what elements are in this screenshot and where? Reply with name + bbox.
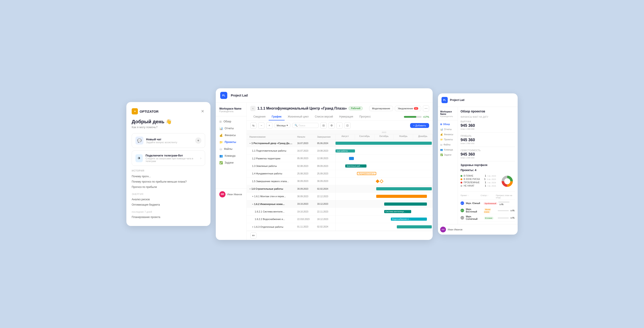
filter-left-button[interactable]: ⇆ (250, 122, 256, 128)
sidebar-item-team[interactable]: 👥 Команда (216, 152, 246, 159)
table-row[interactable]: 1.1 Подготовительные работы 16.07.2023 1… (247, 147, 433, 155)
close-button[interactable]: ✕ (200, 109, 205, 114)
tab-lifecycle[interactable]: Жизненный цикл (284, 113, 312, 120)
row-end: 09.09.2023 (315, 164, 335, 168)
rp-nav-finance[interactable]: 💰 Финансы (438, 132, 458, 137)
rp-body: Workspace Name Руководитель ⊞ Обзор 📊 От… (438, 107, 518, 224)
new-chat-title: Новый чат (146, 138, 177, 141)
collapse-sidebar-button[interactable]: ⇐ (250, 232, 256, 238)
add-button[interactable]: + Добавить (410, 123, 429, 128)
rp-user-avatar: ИИ (440, 227, 446, 232)
rp-section-title: Обзор проектов (460, 110, 515, 113)
row-end: 22.11.2023 (315, 210, 335, 214)
table-row[interactable]: 3.8 Мкрн. Солнечный В плане 90% (460, 214, 515, 222)
progress-bar-small (498, 218, 509, 218)
tab-svedeniya[interactable]: Сведения (250, 113, 269, 120)
telegram-card[interactable]: ✈ Подключите телеграм-бот Следите за зап… (132, 150, 205, 166)
tasks-icon: ✅ (440, 154, 443, 156)
zoom-out-button[interactable]: − (258, 122, 264, 128)
gantt-table: 2023 Наименование Начало Завершение Авгу… (247, 130, 433, 231)
table-row[interactable]: 3.7 Мкрн. Восточный Выше плана 69% (460, 207, 515, 214)
col-end: Завершение (315, 134, 335, 140)
rp-nav-files[interactable]: 🗂 Файлы (438, 142, 458, 147)
row-name: 1.5 Завершение первого этапа... (247, 179, 296, 184)
files-icon: 🗂 (219, 148, 222, 151)
row-num: 3.7 (460, 209, 464, 212)
sidebar-item-finance[interactable]: 💰 Финансы (216, 132, 246, 139)
table-row[interactable]: – 1.6 Строительные работы 30.09.2023 02.… (247, 185, 433, 192)
table-row[interactable]: – 1.6.2 Инженерные комм... 19.10.2023 18… (247, 200, 433, 208)
tab-grafik[interactable]: График (269, 113, 284, 120)
modeling-button[interactable]: Моделирование (369, 106, 393, 111)
history-item[interactable]: Прогноз по прибыли (132, 184, 205, 190)
sidebar-item-overview[interactable]: ⊞ Обзор (216, 118, 246, 125)
search-icon: 🔍 (294, 124, 298, 127)
table-row[interactable]: 1.3 Земляные работы 02.08.2023 09.09.202… (247, 162, 433, 170)
history-item[interactable]: Почему прогноз по прибыли меньше плана? (132, 179, 205, 184)
download-button[interactable]: ↓ (336, 122, 342, 128)
notifications-button[interactable]: Уведомления 21 (395, 106, 421, 111)
finance-icon: 💰 (440, 133, 443, 136)
rp-nav-overview[interactable]: ⊞ Обзор (438, 122, 458, 127)
project-name: Мкрн. Южный (466, 202, 482, 204)
export-button[interactable]: ⊡ (344, 122, 350, 128)
row-start: 30.09.2023 (296, 179, 315, 183)
projects-table: Проект ↑ Статус ↑ Прогресс план на отгру… (460, 194, 515, 222)
table-row[interactable]: + 1.6.1 Монтаж стен и перек... 30.09.202… (247, 193, 433, 200)
chevron-down-icon: ▾ (286, 124, 288, 127)
row-start: 05.08.2023 (296, 156, 315, 160)
table-row[interactable]: 1.5 Завершение первого этапа... 30.09.20… (247, 178, 433, 185)
search-box[interactable]: 🔍 Поиск (292, 123, 319, 128)
energia-item[interactable]: Оптимизация бюджета (132, 202, 205, 208)
table-row[interactable]: 1.2 Разметка территории 05.08.2023 12.08… (247, 155, 433, 162)
rp-nav-reports[interactable]: 📊 Отчеты (438, 127, 458, 132)
gantt-year-header: 2023 (247, 130, 433, 134)
tab-numbering[interactable]: Нумерация (336, 113, 356, 120)
table-row[interactable]: – 1 Ресторанный двор «Гранд Да...», 16.0… (247, 140, 433, 147)
last7-item[interactable]: Планирование проекта (132, 214, 205, 220)
rp-sidebar-user: Workspace Name Руководитель (438, 110, 458, 120)
row-name: 1.3 Земляные работы (247, 164, 296, 168)
energia-item[interactable]: Анализ рисков (132, 197, 205, 202)
row-name: + 1.6.3 Отделочные работы (247, 225, 296, 229)
finance-icon: 💰 (219, 134, 223, 137)
tab-versions[interactable]: Список версий (312, 113, 336, 120)
health-item-risk: В ЗОНЕ РИСКА 1 II кв. 2023 (460, 178, 496, 180)
more-options-button[interactable]: ··· (423, 105, 429, 112)
history-item[interactable]: Почему прогн... (132, 174, 205, 179)
back-button[interactable]: ‹ (250, 106, 256, 111)
row-name: – 1.6 Строительные работы (247, 186, 296, 191)
zoom-in-button[interactable]: + (266, 122, 272, 128)
tg-title: Подключите телеграм-бот (146, 154, 200, 157)
table-row[interactable]: 3.7 Мкрн. Южный Проблемный 59% (460, 200, 515, 207)
row-start: 22.010.2023 (296, 217, 315, 221)
sidebar-item-files[interactable]: 🗂 Файлы (216, 146, 246, 152)
filter-button[interactable]: ⊟ (320, 122, 327, 128)
history-label: ИСТОРИЯ (132, 169, 205, 172)
sidebar-item-projects[interactable]: 📁 Проекты (216, 139, 246, 146)
rp-nav-team[interactable]: 👥 Команда (438, 147, 458, 152)
row-end: 12.08.2023 (315, 156, 335, 160)
row-num: 3.7 (460, 202, 464, 205)
row-timeline: Фундаментные р... (335, 170, 433, 177)
settings-button[interactable]: ⚙ (328, 122, 334, 128)
finance-revenue: ВЫРУЧКА 945 360 план 1 000 000 (460, 120, 515, 130)
sidebar-item-reports[interactable]: 📊 Отчеты (216, 125, 246, 132)
rp-nav-tasks[interactable]: ✅ Задачи (438, 152, 458, 157)
sidebar-item-tasks[interactable]: ✅ Задачи (216, 159, 246, 166)
status-chip: В плане (484, 217, 494, 220)
table-row[interactable]: 1.4 Фундаментные работы 25.08.2023 25.09… (247, 170, 433, 178)
add-chat-button[interactable]: + (195, 138, 202, 144)
period-select[interactable]: Месяцы ▾ (274, 123, 290, 128)
table-row[interactable]: 1.6.2.2 Водоснабжение и... 22.010.2023 1… (247, 216, 433, 223)
main-sidebar: Workspace Name Руководитель ⊞ Обзор 📊 От… (216, 103, 247, 240)
breadcrumb-title: ‹ 1.1.1 Многофункциональный Центр «Гранд… (250, 105, 429, 112)
rp-nav-projects[interactable]: 📁 Проекты (438, 137, 458, 142)
last7-label: последние 7 дней (132, 210, 205, 213)
row-start: 19.10.2023 (296, 210, 315, 214)
table-row[interactable]: 1.6.2.1 Система вентиля... 19.10.2023 22… (247, 208, 433, 215)
row-end: 19.08.2023 (315, 149, 335, 153)
new-chat-card[interactable]: 💬 Новый чат Задайте вопрос ассистенту + (132, 133, 205, 148)
table-row[interactable]: + 1.6.3 Отделочные работы 01.11.2023 02.… (247, 223, 433, 230)
tab-progress[interactable]: Прогресс (356, 113, 374, 120)
